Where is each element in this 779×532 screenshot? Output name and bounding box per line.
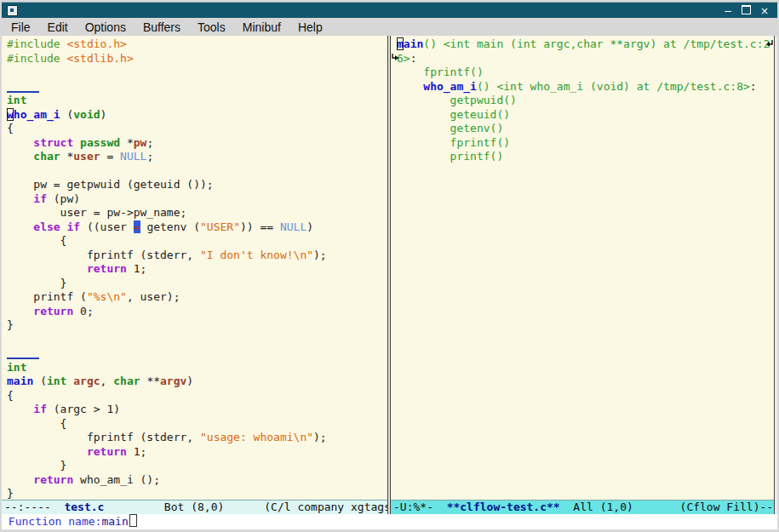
text-segment — [7, 136, 33, 149]
code-line[interactable]: } — [2, 459, 387, 473]
code-line[interactable]: if (pw) — [2, 192, 387, 207]
text-segment: ((user — [80, 220, 134, 233]
text-segment: () <int main (int argc,char **argv) at /… — [423, 37, 770, 50]
code-line[interactable]: { — [2, 122, 387, 136]
code-line[interactable]: return 1; — [2, 445, 387, 460]
code-line[interactable]: getpwuid() — [391, 94, 774, 108]
code-line[interactable]: { — [2, 389, 387, 403]
text-segment — [7, 150, 33, 163]
code-line[interactable]: int — [2, 361, 387, 375]
code-line[interactable]: return 1; — [2, 262, 387, 277]
text-segment: NULL — [120, 150, 146, 163]
text-segment: = — [100, 150, 120, 163]
text-segment: Bot (8,0) (C/l company xgtags[ — [104, 501, 387, 513]
code-line[interactable]: printf ("%s\n", user); — [2, 290, 387, 305]
text-segment: Function name: — [2, 515, 101, 528]
code-line[interactable] — [2, 346, 387, 361]
minibuffer-prompt[interactable]: Function name:main — [2, 514, 777, 529]
code-line[interactable]: who_am_i() <int who_am_i (void) at /tmp/… — [391, 80, 774, 94]
text-segment: who_am_i — [423, 80, 477, 93]
title-bar[interactable]: − × — [2, 2, 777, 19]
menu-item-edit[interactable]: Edit — [39, 18, 77, 36]
code-line[interactable] — [2, 164, 387, 179]
text-segment: NULL — [280, 220, 306, 233]
text-segment: } — [7, 318, 14, 331]
text-segment — [7, 305, 33, 317]
code-line[interactable]: { — [2, 234, 387, 249]
code-line[interactable]: 6>: — [391, 52, 774, 66]
text-segment: pw — [134, 136, 147, 149]
text-segment: getpwuid() — [397, 94, 517, 106]
window-controls: − × — [724, 5, 769, 16]
code-line[interactable]: } — [2, 277, 387, 291]
close-button[interactable]: × — [760, 6, 769, 16]
text-segment: ) — [306, 220, 313, 233]
code-line[interactable]: fprintf() — [391, 136, 774, 151]
line-wrap-left-icon — [392, 54, 398, 62]
text-segment: } — [7, 487, 14, 500]
code-line[interactable]: } — [2, 318, 387, 333]
text-segment: "usage: whoami\n" — [200, 431, 313, 443]
code-line[interactable]: who_am_i (void) — [2, 108, 387, 123]
emacs-frame: { "window": { "controls": { "minimize": … — [0, 0, 779, 532]
code-line[interactable]: getenv() — [391, 122, 774, 136]
code-line[interactable]: printf() — [391, 150, 774, 164]
code-line[interactable]: { — [2, 417, 387, 432]
modeline-clflow-test-c[interactable]: -U:%*- **clflow-test.c** All (1,0) (Cflo… — [391, 500, 774, 514]
code-line[interactable]: #include <stdlib.h> — [2, 52, 387, 66]
text-segment: getenv ( — [140, 220, 200, 233]
menu-item-file[interactable]: File — [2, 18, 39, 36]
text-segment: printf ( — [7, 290, 87, 303]
menu-item-tools[interactable]: Tools — [189, 18, 234, 36]
text-segment — [7, 220, 33, 233]
modeline-test-c[interactable]: --:---- test.c Bot (8,0) (C/l company xg… — [2, 500, 387, 514]
text-segment: struct — [33, 136, 73, 149]
code-line[interactable]: main() <int main (int argc,char **argv) … — [391, 37, 774, 52]
menu-item-help[interactable]: Help — [289, 18, 331, 36]
text-segment: ( — [33, 375, 47, 387]
text-segment: 6> — [397, 52, 410, 65]
menu-item-minibuf[interactable]: Minibuf — [234, 18, 289, 36]
code-line[interactable]: geteuid() — [391, 108, 774, 123]
code-line[interactable]: pw = getpwuid (geteuid ()); — [2, 178, 387, 192]
text-segment: fprintf (stderr, — [7, 249, 200, 261]
code-line[interactable]: #include <stdio.h> — [2, 37, 387, 52]
code-line[interactable] — [2, 333, 387, 347]
cflow-pane[interactable]: main() <int main (int argc,char **argv) … — [391, 36, 774, 501]
maximize-icon — [742, 5, 751, 14]
text-cursor: m — [397, 37, 404, 50]
emacs-app-icon[interactable] — [7, 5, 18, 16]
text-segment: "I don't know!\n" — [200, 249, 313, 261]
text-segment: ** — [140, 375, 160, 387]
menu-item-buffers[interactable]: Buffers — [135, 18, 189, 36]
text-segment — [7, 346, 39, 359]
code-line[interactable]: return 0; — [2, 305, 387, 319]
text-segment: **clflow-test.c** — [447, 501, 560, 513]
code-line[interactable]: fprintf (stderr, "I don't know!\n"); — [2, 249, 387, 263]
code-line[interactable]: user = pw->pw_name; — [2, 206, 387, 220]
text-segment: char — [113, 375, 140, 387]
text-segment: ain — [404, 37, 423, 50]
code-line[interactable]: return who_am_i (); — [2, 473, 387, 488]
code-line[interactable] — [2, 66, 387, 80]
maximize-button[interactable] — [742, 5, 751, 16]
code-line[interactable]: struct passwd *pw; — [2, 136, 387, 151]
text-segment — [7, 403, 33, 415]
text-segment: ( — [60, 108, 74, 121]
code-line[interactable]: fprintf (stderr, "usage: whoami\n"); — [2, 431, 387, 445]
menu-item-options[interactable]: Options — [77, 18, 135, 36]
code-line[interactable]: if (argc > 1) — [2, 403, 387, 417]
minimize-button[interactable]: − — [724, 6, 732, 16]
text-segment: ; — [146, 150, 153, 163]
code-line[interactable]: else if ((user = getenv ("USER")) == NUL… — [2, 220, 387, 235]
code-line[interactable]: char *user = NULL; — [2, 150, 387, 164]
text-segment: ); — [313, 249, 327, 261]
code-line[interactable]: fprintf() — [391, 66, 774, 80]
code-line[interactable] — [2, 80, 387, 94]
source-pane-test-c[interactable]: #include <stdio.h>#include <stdlib.h>int… — [2, 36, 387, 501]
text-segment: argv — [160, 375, 186, 387]
text-segment — [7, 262, 87, 275]
code-line[interactable]: int — [2, 94, 387, 108]
text-segment: : — [410, 52, 417, 65]
code-line[interactable]: main (int argc, char **argv) — [2, 375, 387, 389]
